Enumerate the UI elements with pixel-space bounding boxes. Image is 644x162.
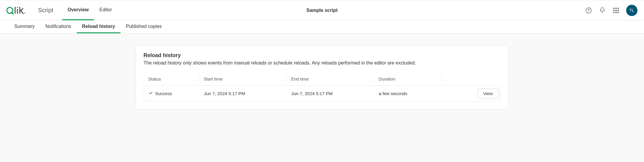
col-header-status: Status [144, 75, 199, 82]
svg-rect-5 [19, 7, 20, 14]
qlik-logo[interactable] [7, 6, 28, 15]
svg-point-10 [588, 11, 589, 12]
svg-line-7 [21, 10, 23, 14]
subtab-summary[interactable]: Summary [9, 21, 40, 33]
app-type-label: Script [38, 7, 53, 14]
col-header-end: End time [286, 75, 374, 82]
svg-rect-19 [618, 12, 619, 13]
top-bar-right: TL [585, 0, 637, 20]
table-row: Success Jun 7, 2024 5:17 PM Jun 7, 2024 … [144, 86, 500, 101]
subtab-reload-history[interactable]: Reload history [77, 21, 120, 33]
top-bar-left: Script Overview Editor [7, 0, 117, 20]
cell-duration: a few seconds [374, 91, 442, 96]
status-text: Success [155, 91, 172, 96]
tab-overview-label: Overview [68, 7, 89, 12]
cell-end: Jun 7, 2024 5:17 PM [287, 91, 374, 96]
avatar[interactable]: TL [626, 5, 637, 16]
table-header: Status Start time End time Duration [144, 72, 501, 85]
svg-rect-13 [618, 8, 619, 9]
cell-status: Success [144, 91, 199, 96]
svg-rect-17 [613, 12, 615, 13]
subtab-notifications-label: Notifications [45, 24, 71, 29]
col-header-start: Start time [199, 75, 286, 82]
svg-rect-15 [615, 10, 617, 11]
subtab-published-copies-label: Published copies [126, 24, 162, 29]
svg-rect-16 [618, 10, 619, 11]
subtab-published-copies[interactable]: Published copies [120, 21, 167, 33]
view-button[interactable]: View [477, 89, 498, 98]
top-tabs: Overview Editor [62, 0, 117, 20]
tab-editor[interactable]: Editor [94, 0, 117, 20]
help-icon[interactable] [585, 7, 592, 14]
svg-rect-11 [613, 8, 615, 9]
svg-rect-18 [615, 12, 617, 13]
cell-action: View [442, 89, 500, 98]
tab-editor-label: Editor [99, 7, 112, 12]
card-description: The reload history only shows events fro… [144, 60, 501, 66]
svg-rect-12 [615, 8, 617, 9]
sub-nav: Summary Notifications Reload history Pub… [0, 21, 644, 34]
cell-start: Jun 7, 2024 5:17 PM [199, 91, 287, 96]
avatar-initials: TL [629, 8, 634, 13]
view-button-label: View [483, 91, 493, 96]
app-launcher-icon[interactable] [612, 7, 620, 14]
table-body: Success Jun 7, 2024 5:17 PM Jun 7, 2024 … [144, 85, 501, 101]
tab-overview[interactable]: Overview [62, 0, 94, 20]
page-title: Sample script [306, 8, 338, 13]
bell-icon[interactable] [599, 7, 606, 14]
subtab-notifications[interactable]: Notifications [40, 21, 76, 33]
top-bar: Script Overview Editor Sample script [0, 0, 644, 21]
reload-history-card: Reload history The reload history only s… [136, 45, 509, 109]
col-header-duration: Duration [374, 75, 442, 82]
svg-line-1 [12, 12, 13, 14]
svg-rect-2 [15, 7, 15, 14]
svg-point-8 [24, 12, 25, 14]
card-title: Reload history [144, 52, 501, 59]
subtab-summary-label: Summary [14, 24, 35, 29]
check-icon [149, 91, 153, 96]
subtab-reload-history-label: Reload history [82, 24, 115, 29]
svg-point-4 [17, 7, 18, 8]
svg-rect-14 [613, 10, 615, 11]
svg-rect-3 [17, 9, 18, 14]
page-body: Reload history The reload history only s… [0, 34, 644, 162]
